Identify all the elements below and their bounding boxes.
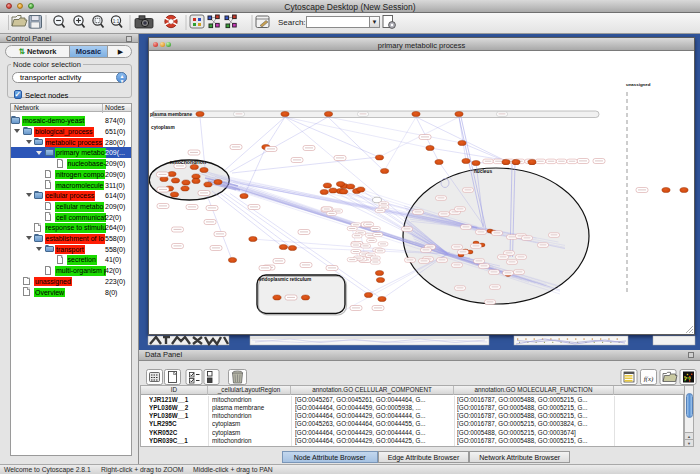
svg-text:unassigned: unassigned xyxy=(626,82,651,87)
svg-text:1:1: 1:1 xyxy=(113,19,120,24)
svg-text:mitochondrion: mitochondrion xyxy=(170,159,206,165)
svg-text:endoplasmic reticulum: endoplasmic reticulum xyxy=(259,277,311,282)
svg-text:cytoplasm: cytoplasm xyxy=(151,125,175,130)
svg-text:plasma membrane: plasma membrane xyxy=(150,112,192,117)
svg-text:nucleus: nucleus xyxy=(474,169,492,174)
